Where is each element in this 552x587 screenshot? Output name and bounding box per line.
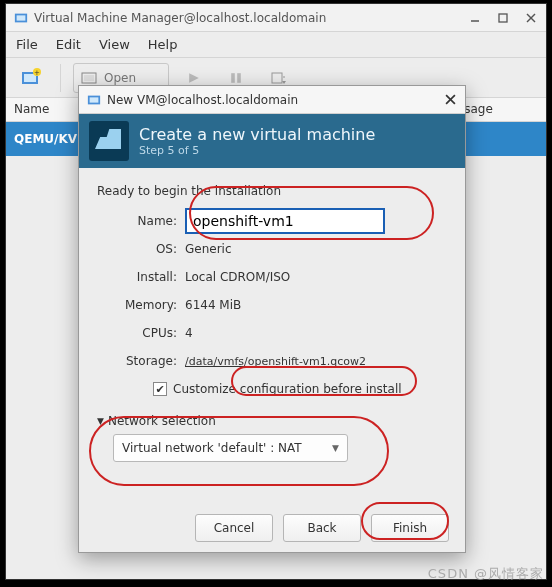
dialog-body: Ready to begin the installation Name: OS… [79,168,465,462]
dialog-app-icon [87,93,101,107]
network-combo[interactable]: Virtual network 'default' : NAT ▼ [113,434,348,462]
vm-name-input[interactable] [185,208,385,234]
dialog-step: Step 5 of 5 [139,144,375,157]
minimize-button[interactable] [468,11,482,25]
menu-file[interactable]: File [16,37,38,52]
dialog-footer: Cancel Back Finish [79,504,465,552]
menu-help[interactable]: Help [148,37,178,52]
label-name: Name: [97,214,185,228]
label-os: OS: [97,242,185,256]
row-label: QEMU/KV [14,132,77,146]
new-vm-dialog: New VM@localhost.localdomain Create a ne… [78,85,466,553]
svg-rect-11 [84,75,94,81]
label-storage: Storage: [97,354,185,368]
label-memory: Memory: [97,298,185,312]
toolbar-separator [60,64,61,92]
create-vm-icon [89,121,129,161]
dialog-header: Create a new virtual machine Step 5 of 5 [79,114,465,168]
app-icon [14,11,28,25]
new-vm-button[interactable]: + [14,63,48,93]
open-label: Open [104,71,136,85]
value-storage: /data/vmfs/openshift-vm1.qcow2 [185,355,447,368]
ready-text: Ready to begin the installation [97,184,447,198]
finish-button[interactable]: Finish [371,514,449,542]
cancel-button[interactable]: Cancel [195,514,273,542]
main-titlebar: Virtual Machine Manager@localhost.locald… [6,4,546,32]
label-install: Install: [97,270,185,284]
label-cpus: CPUs: [97,326,185,340]
chevron-down-icon: ▼ [332,443,339,453]
close-button[interactable] [524,11,538,25]
svg-marker-17 [282,81,286,84]
customize-checkbox[interactable]: ✔ [153,382,167,396]
svg-rect-1 [17,15,26,20]
customize-row[interactable]: ✔ Customize configuration before install [153,382,447,396]
main-title-text: Virtual Machine Manager@localhost.locald… [34,11,326,25]
value-memory: 6144 MiB [185,298,447,312]
svg-rect-15 [272,73,282,83]
svg-rect-14 [237,73,241,83]
dialog-close-button[interactable] [443,93,457,107]
svg-rect-3 [499,14,507,22]
maximize-button[interactable] [496,11,510,25]
network-expander[interactable]: ▼ Network selection [97,414,447,428]
dialog-title-text: New VM@localhost.localdomain [107,93,298,107]
back-button[interactable]: Back [283,514,361,542]
window-controls [468,11,538,25]
svg-marker-12 [189,73,199,83]
network-title: Network selection [108,414,216,428]
value-cpus: 4 [185,326,447,340]
value-install: Local CDROM/ISO [185,270,447,284]
value-os: Generic [185,242,447,256]
triangle-down-icon: ▼ [97,416,104,426]
menu-edit[interactable]: Edit [56,37,81,52]
menubar: File Edit View Help [6,32,546,58]
customize-label: Customize configuration before install [173,382,402,396]
dialog-titlebar: New VM@localhost.localdomain [79,86,465,114]
svg-rect-13 [231,73,235,83]
svg-rect-19 [90,97,99,102]
svg-text:+: + [34,69,40,77]
dialog-heading: Create a new virtual machine [139,125,375,144]
network-value: Virtual network 'default' : NAT [122,441,302,455]
menu-view[interactable]: View [99,37,130,52]
